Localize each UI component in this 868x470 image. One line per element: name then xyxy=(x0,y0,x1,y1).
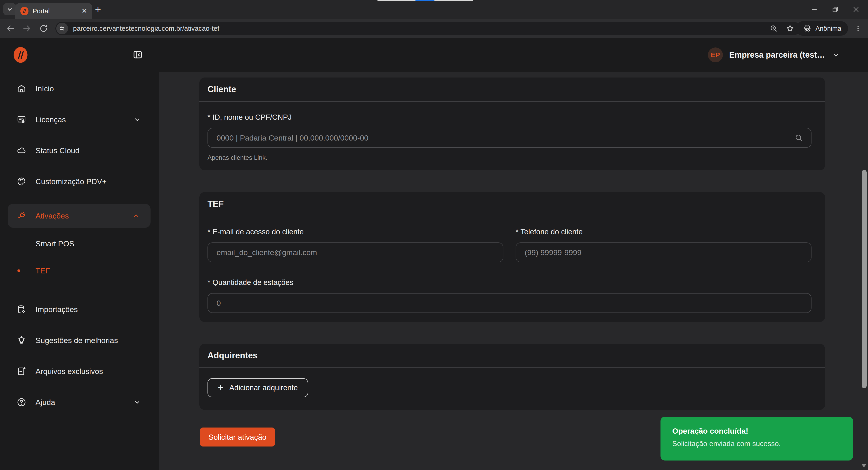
chevron-down-icon xyxy=(831,51,840,59)
window-controls xyxy=(811,0,868,19)
chevron-up-icon xyxy=(132,212,140,220)
license-icon xyxy=(17,115,26,125)
browser-tab-portal[interactable]: Portal ✕ xyxy=(16,3,92,19)
sidebar: Início Licenças Status Cloud xyxy=(0,72,159,470)
window-close-button[interactable] xyxy=(852,6,860,13)
toast-title: Operação concluída! xyxy=(672,427,841,435)
chevron-down-icon xyxy=(6,5,13,13)
qty-label: * Quantidade de estações xyxy=(208,278,811,287)
tef-card: TEF * E-mail de acesso do cliente * xyxy=(199,192,825,322)
chevron-down-icon xyxy=(133,398,141,406)
back-button[interactable] xyxy=(3,19,19,38)
tab-close-icon[interactable]: ✕ xyxy=(82,8,87,14)
adquirentes-title: Adquirentes xyxy=(199,344,825,368)
document-icon xyxy=(17,366,26,376)
url-text: parceiro.cervantestecnologia.com.br/ativ… xyxy=(73,25,770,32)
scrollbar-down-arrow[interactable] xyxy=(862,464,866,467)
phone-label: * Telefone do cliente xyxy=(516,227,811,236)
chevron-down-icon xyxy=(133,116,141,124)
sidebar-item-inicio[interactable]: Início xyxy=(0,80,159,97)
url-bar[interactable]: parceiro.cervantestecnologia.com.br/ativ… xyxy=(55,22,800,35)
sidebar-item-arquivos[interactable]: Arquivos exclusivos xyxy=(0,363,159,380)
cliente-title: Cliente xyxy=(199,77,825,101)
id-helper-text: Apenas clientes Link. xyxy=(208,154,811,165)
tab-title: Portal xyxy=(33,7,78,15)
palette-icon xyxy=(17,177,26,186)
sidebar-item-label: Importações xyxy=(35,305,78,314)
browser-tab-strip: Portal ✕ + xyxy=(0,0,868,19)
incognito-label: Anônima xyxy=(815,25,841,32)
qty-input[interactable] xyxy=(208,293,811,313)
add-adquirente-button[interactable]: + Adicionar adquirente xyxy=(208,378,308,397)
sidebar-item-label: Arquivos exclusivos xyxy=(35,367,103,376)
browser-menu-button[interactable] xyxy=(854,19,862,38)
plus-icon: + xyxy=(218,383,223,393)
tab-search-button[interactable] xyxy=(3,3,16,15)
zoom-icon[interactable] xyxy=(770,24,778,33)
sidebar-item-label: Ajuda xyxy=(35,398,55,407)
active-bullet-icon xyxy=(18,269,20,272)
main-content: Cliente * ID, nome ou CPF/CNPJ Apenas cl… xyxy=(159,72,868,470)
sidebar-item-label: Status Cloud xyxy=(35,146,80,155)
site-favicon xyxy=(20,7,29,15)
sidebar-item-tef[interactable]: TEF xyxy=(0,262,159,279)
email-label: * E-mail de acesso do cliente xyxy=(208,227,503,236)
email-input[interactable] xyxy=(208,243,503,262)
sidebar-item-label: Smart POS xyxy=(35,239,74,248)
sidebar-item-customizacao-pdv[interactable]: Customização PDV+ xyxy=(0,173,159,190)
screen: Portal ✕ + xyxy=(0,0,868,470)
sidebar-item-label: Início xyxy=(35,84,54,93)
id-label: * ID, nome ou CPF/CNPJ xyxy=(208,113,811,122)
site-info-button[interactable] xyxy=(56,23,68,34)
scrollbar-thumb[interactable] xyxy=(862,170,867,388)
avatar: EP xyxy=(708,48,723,62)
home-icon xyxy=(17,84,26,94)
window-restore-button[interactable] xyxy=(831,6,839,13)
adquirentes-card: Adquirentes + Adicionar adquirente xyxy=(199,344,825,410)
app-header: EP Empresa parceira (test… xyxy=(0,38,868,72)
toast-message: Solicitação enviada com sucesso. xyxy=(672,439,841,448)
forward-button[interactable] xyxy=(19,19,35,38)
account-menu[interactable]: EP Empresa parceira (test… xyxy=(708,38,840,72)
sidebar-item-label: Customização PDV+ xyxy=(35,177,107,186)
database-gear-icon xyxy=(17,304,26,314)
app-logo xyxy=(13,46,29,63)
sidebar-item-smart-pos[interactable]: Smart POS xyxy=(0,235,159,252)
new-tab-button[interactable]: + xyxy=(95,0,101,19)
sidebar-collapse-button[interactable] xyxy=(132,50,143,60)
sidebar-item-label: TEF xyxy=(35,267,50,275)
cliente-card: Cliente * ID, nome ou CPF/CNPJ Apenas cl… xyxy=(199,77,825,170)
phone-input[interactable] xyxy=(516,243,811,262)
company-name: Empresa parceira (test… xyxy=(729,50,825,60)
lightbulb-icon xyxy=(17,335,26,345)
cloud-icon xyxy=(17,146,26,155)
success-toast: Operação concluída! Solicitação enviada … xyxy=(660,417,853,461)
solicitar-ativacao-button[interactable]: Solicitar ativação xyxy=(200,428,275,446)
sidebar-item-label: Sugestões de melhorias xyxy=(35,336,118,345)
sidebar-item-label: Ativações xyxy=(35,212,69,220)
incognito-icon xyxy=(802,24,812,33)
sidebar-item-importacoes[interactable]: Importações xyxy=(0,301,159,318)
sidebar-item-ativacoes[interactable]: Ativações xyxy=(8,204,151,228)
help-icon xyxy=(17,397,26,407)
plug-icon xyxy=(17,211,26,221)
sidebar-item-sugestoes[interactable]: Sugestões de melhorias xyxy=(0,332,159,349)
reload-button[interactable] xyxy=(36,19,52,38)
sidebar-item-status-cloud[interactable]: Status Cloud xyxy=(0,142,159,159)
add-adquirente-label: Adicionar adquirente xyxy=(229,383,298,392)
search-icon xyxy=(794,133,804,143)
id-input[interactable] xyxy=(208,128,811,148)
top-progress-bar xyxy=(415,0,434,1)
incognito-badge[interactable]: Anônima xyxy=(796,21,848,36)
browser-toolbar: parceiro.cervantestecnologia.com.br/ativ… xyxy=(0,19,868,38)
sidebar-item-licencas[interactable]: Licenças xyxy=(0,111,159,128)
sidebar-item-label: Licenças xyxy=(35,115,66,124)
sidebar-item-ajuda[interactable]: Ajuda xyxy=(0,394,159,411)
tef-title: TEF xyxy=(199,192,825,216)
bookmark-star-icon[interactable] xyxy=(786,24,794,33)
window-minimize-button[interactable] xyxy=(811,6,818,13)
